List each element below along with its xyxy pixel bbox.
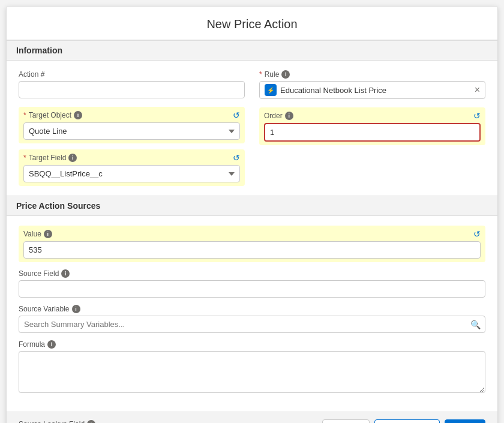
source-field-input[interactable] [19,280,485,298]
target-field-select[interactable]: SBQQ__ListPrice__c [23,165,240,182]
target-object-yellow-field: * Target Object i ↺ Quote Line Product Q… [19,107,245,143]
target-object-info-icon[interactable]: i [74,111,82,119]
footer: Source Lookup Field i -None- Cancel Save… [7,412,497,423]
order-label: Order i [264,112,293,120]
target-field-yellow-field: * Target Field i ↺ SBQQ__ListPrice__c [19,149,245,186]
save-new-button[interactable]: Save & New [374,419,440,423]
target-object-reset-icon[interactable]: ↺ [233,110,240,120]
value-label-row: Value i ↺ [23,229,481,239]
source-variable-group: Source Variable i 🔍 [19,305,485,333]
order-yellow-field: Order i ↺ [259,107,485,145]
target-field-info-icon[interactable]: i [68,154,77,162]
save-button[interactable]: Save [445,419,485,423]
right-column: * Rule i ⚡ Educational Netbook List Pric… [259,70,485,186]
source-variable-info-icon[interactable]: i [72,305,80,313]
source-lookup-info-icon[interactable]: i [87,420,95,423]
order-input[interactable] [270,128,475,137]
value-input[interactable] [23,241,481,259]
target-object-select[interactable]: Quote Line Product Quote [23,122,240,140]
sources-section-body: Value i ↺ Source Field i [7,216,497,412]
left-column: Action # * Target Object i ↺ [19,70,245,186]
formula-group: Formula i [19,340,485,395]
info-grid: Action # * Target Object i ↺ [19,70,485,186]
formula-label: Formula i [19,340,485,349]
value-info-icon[interactable]: i [44,230,52,238]
information-section: Information Action # [7,40,497,196]
order-field-wrapper [264,123,481,142]
rule-info-icon[interactable]: i [281,70,290,79]
action-num-label: Action # [19,70,245,79]
order-label-row: Order i ↺ [264,111,481,121]
formula-textarea[interactable] [19,351,485,393]
information-section-body: Action # * Target Object i ↺ [7,61,497,196]
source-variable-label: Source Variable i [19,305,485,313]
source-lookup-label: Source Lookup Field i [19,420,95,423]
sources-section-header: Price Action Sources [7,196,497,216]
modal-container: New Price Action Information Action # [6,6,498,423]
footer-buttons: Cancel Save & New Save [322,419,485,423]
cancel-button[interactable]: Cancel [322,419,369,423]
source-field-group: Source Field i [19,269,485,298]
value-reset-icon[interactable]: ↺ [473,229,481,239]
source-variable-search-wrapper: 🔍 [19,316,485,333]
sources-section: Price Action Sources Value i ↺ [7,196,497,412]
target-field-label: * Target Field i [23,154,77,162]
information-section-header: Information [7,40,497,61]
rule-badge-icon: ⚡ [265,84,277,96]
target-object-label: * Target Object i [23,111,82,119]
order-reset-icon[interactable]: ↺ [473,111,481,121]
page-title: New Price Action [7,7,497,40]
value-field-group: Value i ↺ [19,226,485,262]
rule-value: Educational Netbook List Price [280,86,471,95]
order-info-icon[interactable]: i [285,112,293,120]
target-field-label-row: * Target Field i ↺ [23,153,240,163]
action-num-field-group: Action # [19,70,245,98]
rule-label: * Rule i [259,70,485,79]
target-object-label-row: * Target Object i ↺ [23,110,240,120]
value-label: Value i [23,230,52,238]
source-field-info-icon[interactable]: i [61,269,70,278]
footer-left: Source Lookup Field i -None- [19,420,95,423]
target-field-reset-icon[interactable]: ↺ [233,153,240,163]
rule-field-wrapper[interactable]: ⚡ Educational Netbook List Price × [259,81,485,99]
formula-info-icon[interactable]: i [47,340,56,349]
source-field-label: Source Field i [19,269,485,278]
value-yellow-field: Value i ↺ [19,226,485,262]
source-variable-input[interactable] [19,316,485,333]
rule-clear-icon[interactable]: × [475,85,480,95]
rule-field-group: * Rule i ⚡ Educational Netbook List Pric… [259,70,485,99]
action-num-input[interactable] [19,81,245,98]
